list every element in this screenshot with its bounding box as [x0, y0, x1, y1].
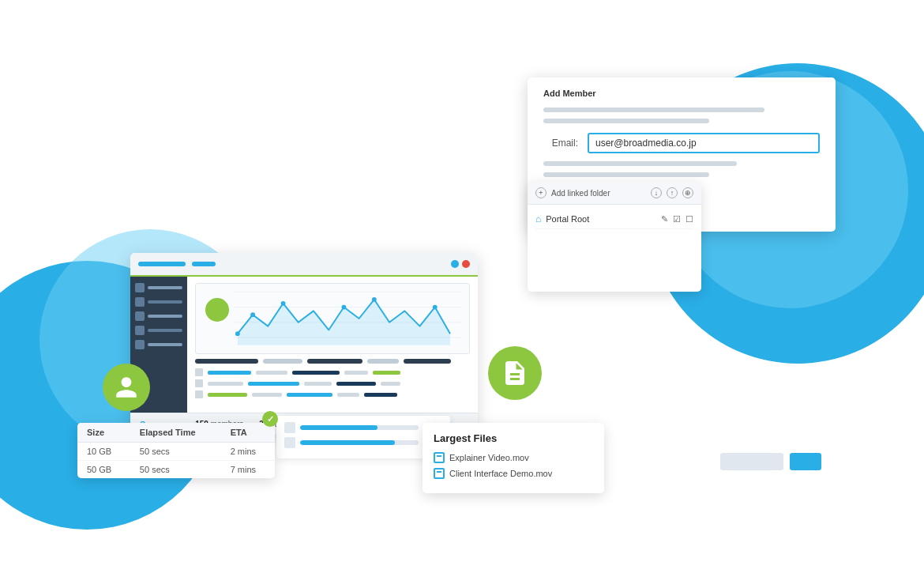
progress-bar [300, 425, 419, 430]
linked-folder-card: + Add linked folder ↓ ↑ ⊕ ⌂ Portal Root … [528, 182, 701, 292]
row-icon [195, 379, 203, 387]
email-label: Email: [543, 138, 578, 149]
linked-folder-header: + Add linked folder ↓ ↑ ⊕ [528, 182, 701, 205]
table-row: 50 GB 50 secs 7 mins [77, 461, 275, 479]
largest-files-card: Largest Files Explainer Video.mov Client… [423, 423, 604, 493]
chart-container [195, 283, 470, 354]
sidebar-item-2 [135, 297, 182, 307]
dashboard-body: Summary 159 members 361 transfers 24 GB … [130, 277, 478, 435]
bottom-right-actions [720, 453, 821, 470]
file-item-1: Explainer Video.mov [434, 452, 593, 463]
sidebar-item-1 [135, 283, 182, 292]
cell-size: 10 GB [77, 443, 130, 461]
dashboard-main: Summary 159 members 361 transfers 24 GB … [187, 277, 478, 435]
cell-eta: 7 mins [221, 461, 275, 479]
sidebar-icon [135, 297, 145, 307]
green-check-badge [262, 411, 278, 427]
row-bar [344, 371, 368, 375]
cell-size: 50 GB [77, 461, 130, 479]
placeholder-bar [543, 161, 737, 166]
dot-red [462, 260, 470, 268]
dot-blue [451, 260, 459, 268]
row-bar [337, 393, 359, 397]
confirm-button[interactable] [790, 453, 821, 470]
row-bar [256, 371, 287, 375]
file-icon-circle [488, 346, 542, 400]
table-row [195, 390, 470, 398]
row-bar [292, 371, 340, 375]
sidebar-label [148, 343, 182, 346]
file-icon [501, 359, 529, 387]
progress-row-1: 65% [284, 422, 442, 433]
svg-point-4 [235, 331, 240, 336]
user-icon [114, 375, 139, 400]
sidebar-label [148, 329, 182, 332]
add-linked-folder-label: Add linked folder [551, 189, 646, 198]
cancel-button[interactable] [720, 453, 783, 470]
cell-eta: 2 mins [221, 443, 275, 461]
eta-card: Size Elapsed Time ETA 10 GB 50 secs 2 mi… [77, 423, 275, 478]
sidebar-item-3 [135, 311, 182, 321]
file-icon-1 [434, 452, 445, 463]
copy-icon[interactable]: ☐ [685, 214, 693, 224]
add-linked-folder-icon[interactable]: + [535, 187, 547, 198]
row-bar [208, 382, 243, 386]
edit-icon[interactable]: ✎ [661, 214, 668, 224]
row-icon [195, 390, 203, 398]
sidebar-label [148, 315, 182, 318]
row-bar [208, 371, 251, 375]
file-item-2: Client Interface Demo.mov [434, 468, 593, 479]
sidebar-label [148, 300, 182, 304]
progress-fill [300, 440, 395, 445]
cell-elapsed: 50 secs [130, 443, 221, 461]
card-title: Add Member [543, 89, 820, 98]
svg-point-6 [281, 301, 286, 306]
placeholder-bar [543, 172, 709, 177]
table-row: 10 GB 50 secs 2 mins [77, 443, 275, 461]
row-bar [304, 382, 332, 386]
chart-svg [196, 284, 469, 353]
progress-fill [300, 425, 377, 430]
row-bar [208, 393, 247, 397]
chart-avatar [205, 298, 229, 322]
dashboard-sidebar [130, 277, 187, 435]
row-bar [252, 393, 282, 397]
lf-action-2[interactable]: ↑ [667, 187, 678, 198]
row-icon [195, 368, 203, 376]
placeholder-bar [543, 107, 764, 112]
file-name-1: Explainer Video.mov [449, 453, 529, 462]
row-bar [336, 382, 376, 386]
stat-bar [195, 359, 258, 364]
lf-action-1[interactable]: ↓ [651, 187, 662, 198]
stat-bar [263, 359, 302, 364]
email-input[interactable] [588, 133, 820, 153]
lf-action-3[interactable]: ⊕ [682, 187, 693, 198]
svg-point-8 [372, 297, 377, 302]
row-bar [248, 382, 299, 386]
progress-bar [300, 440, 419, 445]
row-bar [287, 393, 332, 397]
sidebar-item-5 [135, 340, 182, 349]
table-rows [195, 368, 470, 398]
row-bar [381, 382, 400, 386]
file-icon-small [284, 422, 295, 433]
eta-table: Size Elapsed Time ETA 10 GB 50 secs 2 mi… [77, 423, 275, 478]
svg-point-7 [342, 305, 347, 310]
user-icon-circle [103, 364, 150, 411]
file-name-2: Client Interface Demo.mov [449, 469, 552, 478]
sidebar-icon [135, 340, 145, 349]
table-row [195, 368, 470, 376]
check-icon[interactable]: ☑ [673, 214, 681, 224]
file-icon-2 [434, 468, 445, 479]
header-icons [451, 260, 470, 268]
stats-row-1 [195, 359, 470, 364]
stat-bar [367, 359, 399, 364]
header-bar-1 [138, 262, 186, 266]
stat-bar [404, 359, 451, 364]
cell-elapsed: 50 secs [130, 461, 221, 479]
progress-row-2: 80% [284, 437, 442, 448]
file-icon-small [284, 437, 295, 448]
sidebar-icon [135, 326, 145, 335]
dashboard-header [130, 253, 478, 277]
table-row [195, 379, 470, 387]
